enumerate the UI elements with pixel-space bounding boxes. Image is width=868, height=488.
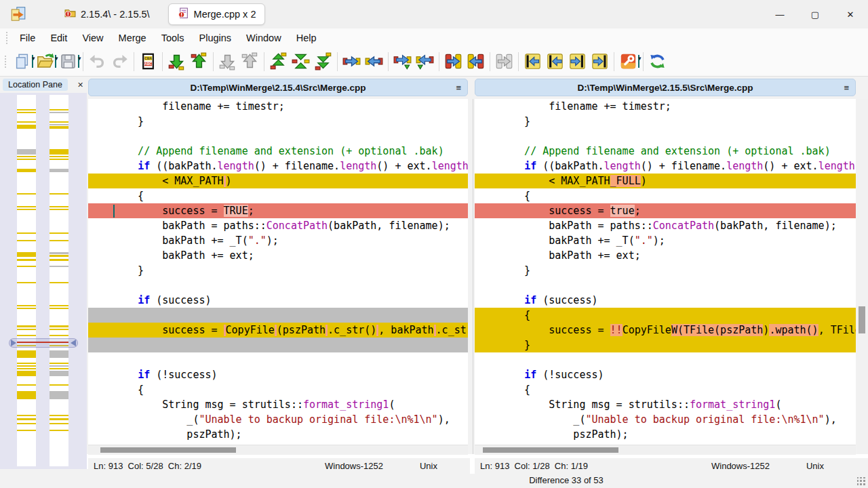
diff-location-bar[interactable] (50, 350, 68, 358)
copy-all-right-button[interactable] (442, 49, 465, 74)
diff-location-bar[interactable] (50, 169, 68, 172)
diff-location-bar[interactable] (50, 371, 68, 376)
diff-location-bar[interactable] (50, 415, 68, 416)
resize-grip[interactable] (857, 477, 866, 486)
menu-plugins[interactable]: Plugins (192, 30, 239, 45)
goto-right-button[interactable] (566, 49, 589, 74)
diff-location-bar[interactable] (17, 430, 36, 431)
diff-location-bar[interactable] (17, 350, 36, 358)
diff-location-bar[interactable] (17, 232, 36, 234)
diff-location-bar[interactable] (17, 371, 36, 376)
code-line[interactable]: } (475, 263, 856, 278)
diff-location-bar[interactable] (50, 252, 68, 254)
selected-diff-line[interactable]: success = true; (475, 203, 856, 218)
menu-edit[interactable]: Edit (43, 30, 75, 45)
open-button[interactable]: ▾ (34, 49, 57, 74)
diff-current-button[interactable] (290, 49, 312, 74)
left-pane-header[interactable]: D:\Temp\WinMerge\2.15.4\Src\Merge.cpp ≡ (88, 79, 468, 96)
diff-location-bar[interactable] (50, 391, 68, 399)
diff-line[interactable]: success = !!CopyFileW(TFile(pszPath).wpa… (475, 323, 856, 338)
filler-line[interactable] (88, 338, 468, 352)
left-horizontal-scrollbar[interactable] (88, 445, 468, 455)
minimize-button[interactable]: — (762, 0, 797, 28)
code-line[interactable]: bakPath = paths::ConcatPath(bakPath, fil… (88, 218, 468, 233)
diff-location-bar[interactable] (50, 149, 68, 155)
diff-location-bar[interactable] (17, 282, 36, 283)
diff-location-bar[interactable] (50, 159, 68, 160)
compare-abc-button[interactable]: CBAABC (137, 49, 159, 74)
diff-location-bar[interactable] (17, 368, 36, 369)
options-button[interactable]: ▾ (617, 49, 640, 74)
diff-location-bar[interactable] (50, 335, 68, 336)
menu-window[interactable]: Window (239, 30, 289, 45)
code-line[interactable]: if ((bakPath.length() + filename.length(… (475, 159, 856, 174)
vscroll-thumb[interactable] (859, 306, 865, 333)
code-line[interactable]: bakPath += ext; (475, 248, 856, 263)
diff-location-bar[interactable] (50, 109, 68, 110)
code-line[interactable]: } (88, 114, 468, 129)
code-line[interactable]: String msg = strutils::format_string1( (475, 397, 856, 412)
code-line[interactable]: if (!success) (475, 367, 856, 382)
diff-location-bar[interactable] (17, 149, 36, 155)
filler-line[interactable] (88, 308, 468, 323)
diff-location-bar[interactable] (50, 259, 68, 261)
goto-right-edge-button[interactable] (589, 49, 611, 74)
copy-left-advance-button[interactable] (414, 49, 436, 74)
right-hscroll-thumb[interactable] (483, 447, 618, 453)
code-line[interactable]: { (88, 188, 468, 203)
code-line[interactable]: bakPath += ext; (88, 248, 468, 263)
diff-location-bar[interactable] (17, 112, 36, 113)
code-line[interactable]: filename += timestr; (475, 99, 856, 114)
diff-location-bar[interactable] (17, 209, 36, 210)
left-code-area[interactable]: filename += timestr; } // Append filenam… (88, 99, 468, 445)
menu-grip[interactable] (5, 31, 9, 45)
code-line[interactable]: if ((bakPath.length() + filename.length(… (88, 159, 468, 174)
menu-file[interactable]: File (12, 30, 43, 45)
diff-first-button[interactable] (267, 49, 290, 74)
code-line[interactable]: // Append filename and extension (+ opti… (88, 144, 468, 159)
diff-location-bar[interactable] (50, 124, 68, 125)
copy-left-button[interactable] (363, 49, 385, 74)
diff-location-bar[interactable] (17, 363, 36, 364)
code-line[interactable] (475, 129, 856, 144)
diff-location-bar[interactable] (50, 232, 68, 234)
code-line[interactable]: bakPath += _T("."); (475, 233, 856, 248)
diff-location-bar[interactable] (17, 125, 36, 129)
code-line[interactable]: String msg = strutils::format_string1( (88, 397, 468, 412)
diff-location-bar[interactable] (17, 305, 36, 306)
tab-file-compare[interactable]: Merge.cpp x 2 (168, 3, 266, 25)
refresh-button[interactable] (646, 49, 669, 74)
diff-location-bar[interactable] (50, 423, 68, 424)
diff-location-bar[interactable] (50, 206, 68, 207)
code-line[interactable]: filename += timestr; (88, 99, 468, 114)
location-view-indicator[interactable] (9, 338, 78, 348)
menu-help[interactable]: Help (289, 30, 324, 45)
diff-location-bar[interactable] (17, 206, 36, 207)
diff-location-bar[interactable] (50, 282, 68, 283)
right-code-area[interactable]: filename += timestr; } // Append filenam… (475, 99, 856, 445)
undo-button[interactable] (86, 49, 108, 74)
code-line[interactable] (88, 278, 468, 293)
diff-location-bar[interactable] (17, 169, 36, 172)
goto-left-edge-button[interactable] (521, 49, 544, 74)
diff-location-bar[interactable] (50, 266, 68, 267)
code-line[interactable]: if (success) (88, 293, 468, 308)
diff-location-bar[interactable] (17, 329, 36, 330)
diff-location-bar[interactable] (17, 415, 36, 416)
diff-line[interactable]: { (475, 308, 856, 323)
diff-location-bar[interactable] (50, 363, 68, 364)
diff-location-bar[interactable] (17, 159, 36, 160)
maximize-button[interactable]: ▢ (797, 0, 833, 28)
location-pane-close-icon[interactable]: ✕ (77, 81, 83, 89)
diff-location-bar[interactable] (17, 121, 36, 123)
conflict-prev-button[interactable] (239, 49, 261, 74)
diff-location-bar[interactable] (17, 252, 36, 257)
code-line[interactable]: } (88, 263, 468, 278)
code-line[interactable]: { (88, 382, 468, 397)
diff-last-button[interactable] (312, 49, 334, 74)
new-file-button[interactable]: ▾ (11, 49, 34, 74)
pane-splitter[interactable] (473, 99, 473, 454)
diff-location-bar[interactable] (50, 418, 68, 420)
diff-next-button[interactable] (165, 49, 188, 74)
code-line[interactable]: pszPath); (88, 427, 468, 442)
